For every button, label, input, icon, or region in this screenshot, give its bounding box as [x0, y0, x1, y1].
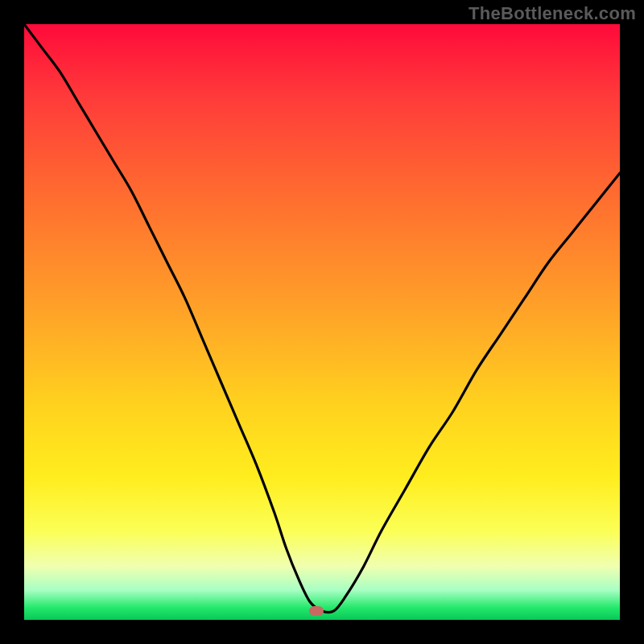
chart-frame: TheBottleneck.com [0, 0, 644, 644]
watermark-text: TheBottleneck.com [469, 3, 636, 24]
bottleneck-curve [24, 24, 620, 620]
bottleneck-marker [309, 606, 324, 616]
plot-area [24, 24, 620, 620]
